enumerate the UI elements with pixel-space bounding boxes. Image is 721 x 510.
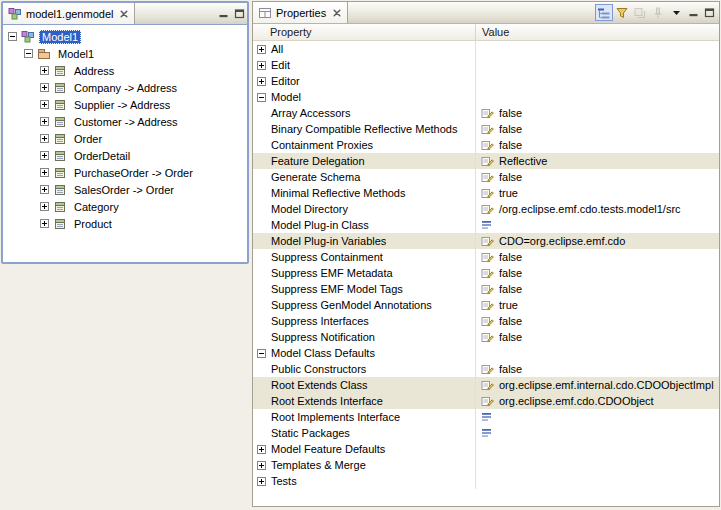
genclass-icon xyxy=(53,115,67,129)
property-value-cell[interactable]: false xyxy=(476,281,719,297)
minimize-icon[interactable] xyxy=(215,5,231,22)
property-value-cell[interactable]: org.eclipse.emf.internal.cdo.CDOObjectIm… xyxy=(476,377,719,393)
property-row[interactable]: Model Plug-in VariablesCDO=org.eclipse.e… xyxy=(253,233,719,249)
property-value-cell[interactable]: Reflective xyxy=(476,153,719,169)
property-row[interactable]: Containment Proxiesfalse xyxy=(253,137,719,153)
expand-icon[interactable] xyxy=(257,45,266,54)
property-category-row[interactable]: Templates & Merge xyxy=(253,457,719,473)
property-label: Static Packages xyxy=(271,427,350,439)
expand-icon[interactable] xyxy=(257,461,266,470)
property-row[interactable]: Array Accessorsfalse xyxy=(253,105,719,121)
property-value-cell[interactable] xyxy=(476,217,719,233)
property-row[interactable]: Suppress Interfacesfalse xyxy=(253,313,719,329)
collapse-icon[interactable] xyxy=(24,49,33,58)
tree-item[interactable]: Customer -> Address xyxy=(3,113,247,130)
property-row[interactable]: Root Extends Classorg.eclipse.emf.intern… xyxy=(253,377,719,393)
property-row[interactable]: Model Directory/org.eclipse.emf.cdo.test… xyxy=(253,201,719,217)
property-category-row[interactable]: Model Feature Defaults xyxy=(253,441,719,457)
expand-icon[interactable] xyxy=(257,77,266,86)
tree-item[interactable]: Address xyxy=(3,62,247,79)
expand-icon[interactable] xyxy=(257,61,266,70)
property-row[interactable]: Minimal Reflective Methodstrue xyxy=(253,185,719,201)
tree-item[interactable]: Product xyxy=(3,215,247,232)
expand-icon[interactable] xyxy=(40,151,49,160)
collapse-icon[interactable] xyxy=(8,32,17,41)
property-row[interactable]: Public Constructorsfalse xyxy=(253,361,719,377)
expand-icon[interactable] xyxy=(40,134,49,143)
property-value-cell[interactable]: false xyxy=(476,105,719,121)
property-row[interactable]: Binary Compatible Reflective Methodsfals… xyxy=(253,121,719,137)
property-value-cell[interactable]: false xyxy=(476,329,719,345)
expand-icon[interactable] xyxy=(40,185,49,194)
expand-icon[interactable] xyxy=(40,168,49,177)
expand-icon[interactable] xyxy=(40,100,49,109)
property-value: false xyxy=(499,331,522,343)
property-value-cell[interactable]: false xyxy=(476,361,719,377)
property-value-cell[interactable]: false xyxy=(476,137,719,153)
property-category-row[interactable]: Model Class Defaults xyxy=(253,345,719,361)
expand-icon[interactable] xyxy=(40,66,49,75)
property-row[interactable]: Root Implements Interface xyxy=(253,409,719,425)
property-value-cell[interactable] xyxy=(476,425,719,441)
property-row[interactable]: Feature DelegationReflective xyxy=(253,153,719,169)
property-category-row[interactable]: Tests xyxy=(253,473,719,489)
property-value: false xyxy=(499,363,522,375)
genclass-icon xyxy=(53,183,67,197)
view-menu-icon[interactable] xyxy=(667,4,685,21)
close-icon[interactable] xyxy=(333,9,341,17)
collapse-icon[interactable] xyxy=(257,93,266,102)
tab-properties[interactable]: Properties xyxy=(253,2,348,23)
property-label: Suppress EMF Model Tags xyxy=(271,283,403,295)
minimize-icon[interactable] xyxy=(685,4,701,21)
property-value-cell[interactable]: true xyxy=(476,297,719,313)
property-category-row[interactable]: Model xyxy=(253,89,719,105)
close-icon[interactable] xyxy=(120,10,128,18)
property-row[interactable]: Suppress GenModel Annotationstrue xyxy=(253,297,719,313)
expand-icon[interactable] xyxy=(40,219,49,228)
show-advanced-properties-icon[interactable] xyxy=(613,4,631,21)
column-header-value[interactable]: Value xyxy=(476,24,719,40)
expand-icon[interactable] xyxy=(40,202,49,211)
expand-icon[interactable] xyxy=(257,445,266,454)
property-value-cell[interactable] xyxy=(476,409,719,425)
property-category-row[interactable]: Editor xyxy=(253,73,719,89)
expand-icon[interactable] xyxy=(40,83,49,92)
tree-item[interactable]: Order xyxy=(3,130,247,147)
property-category-row[interactable]: All xyxy=(253,41,719,57)
tree-item[interactable]: Category xyxy=(3,198,247,215)
property-row[interactable]: Model Plug-in Class xyxy=(253,217,719,233)
property-row[interactable]: Suppress Notificationfalse xyxy=(253,329,719,345)
expand-icon[interactable] xyxy=(257,477,266,486)
tree-item[interactable]: Supplier -> Address xyxy=(3,96,247,113)
property-value-cell[interactable]: CDO=org.eclipse.emf.cdo xyxy=(476,233,719,249)
property-value-cell[interactable]: false xyxy=(476,265,719,281)
property-category-row[interactable]: Edit xyxy=(253,57,719,73)
property-value-cell[interactable]: org.eclipse.emf.cdo.CDOObject xyxy=(476,393,719,409)
expand-icon[interactable] xyxy=(40,117,49,126)
column-header-property[interactable]: Property xyxy=(253,24,476,40)
property-row[interactable]: Suppress Containmentfalse xyxy=(253,249,719,265)
property-row[interactable]: Suppress EMF Metadatafalse xyxy=(253,265,719,281)
tree-item[interactable]: Model1 xyxy=(3,45,247,62)
maximize-icon[interactable] xyxy=(231,5,247,22)
property-row[interactable]: Generate Schemafalse xyxy=(253,169,719,185)
property-value-cell[interactable]: false xyxy=(476,121,719,137)
property-row[interactable]: Suppress EMF Model Tagsfalse xyxy=(253,281,719,297)
property-value-cell[interactable]: true xyxy=(476,185,719,201)
property-row[interactable]: Static Packages xyxy=(253,425,719,441)
tree-item[interactable]: Model1 xyxy=(3,28,247,45)
tree-item[interactable]: SalesOrder -> Order xyxy=(3,181,247,198)
property-value-cell[interactable]: /org.eclipse.emf.cdo.tests.model1/src xyxy=(476,201,719,217)
value-pencil-icon xyxy=(481,155,494,167)
property-value-cell[interactable]: false xyxy=(476,313,719,329)
tree-item[interactable]: OrderDetail xyxy=(3,147,247,164)
tree-item[interactable]: PurchaseOrder -> Order xyxy=(3,164,247,181)
maximize-icon[interactable] xyxy=(701,4,717,21)
property-value-cell[interactable]: false xyxy=(476,249,719,265)
tree-item[interactable]: Company -> Address xyxy=(3,79,247,96)
show-categories-icon[interactable] xyxy=(595,4,613,21)
property-value-cell[interactable]: false xyxy=(476,169,719,185)
property-row[interactable]: Root Extends Interfaceorg.eclipse.emf.cd… xyxy=(253,393,719,409)
tab-model1-genmodel[interactable]: model1.genmodel xyxy=(3,3,135,24)
collapse-icon[interactable] xyxy=(257,349,266,358)
